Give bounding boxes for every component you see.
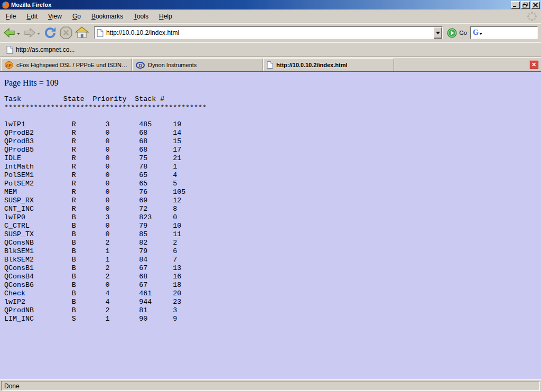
page-icon xyxy=(267,61,273,69)
menubar: FileEditViewGoBookmarksToolsHelp xyxy=(0,10,541,23)
task-table: Task State Priority Stack # ************… xyxy=(4,95,537,323)
google-icon: G xyxy=(472,29,479,37)
url-input[interactable] xyxy=(104,29,433,36)
search-input[interactable] xyxy=(482,29,536,36)
svg-text:cF: cF xyxy=(6,63,12,68)
restore-button[interactable] xyxy=(521,1,530,9)
go-button[interactable]: Go xyxy=(447,28,467,38)
forward-dropdown-icon[interactable] xyxy=(37,33,40,36)
menu-edit[interactable]: Edit xyxy=(23,11,41,22)
navigation-toolbar: Go G xyxy=(0,23,541,42)
forward-button[interactable] xyxy=(23,26,41,39)
bookmarks-toolbar: http://as.cmpnet.co... xyxy=(0,42,541,57)
search-bar: G xyxy=(470,26,538,39)
tab-0[interactable]: cFcFos Highspeed DSL / PPPoE und ISDN CA… xyxy=(1,58,132,71)
go-label: Go xyxy=(459,30,467,36)
dynon-icon: D xyxy=(136,62,145,69)
bookmark-label: http://as.cmpnet.co... xyxy=(16,46,74,53)
titlebar[interactable]: Mozilla Firefox xyxy=(0,0,541,10)
stop-button[interactable] xyxy=(59,26,73,40)
tab-label: cFos Highspeed DSL / PPPoE und ISDN CAP.… xyxy=(16,62,128,68)
firefox-window: { "window": { "title": "Mozilla Firefox"… xyxy=(0,0,541,392)
window-title: Mozilla Firefox xyxy=(11,2,510,8)
page-icon xyxy=(6,46,13,54)
bookmark-item[interactable]: http://as.cmpnet.co... xyxy=(3,44,78,55)
page-content: Page Hits = 109 Task State Priority Stac… xyxy=(0,72,541,379)
menu-tools[interactable]: Tools xyxy=(130,11,152,22)
firefox-logo-icon xyxy=(2,1,10,9)
cfos-icon: cF xyxy=(5,61,13,69)
menu-view[interactable]: View xyxy=(44,11,66,22)
back-dropdown-icon[interactable] xyxy=(17,33,20,36)
page-hits-text: Page Hits = 109 xyxy=(4,72,537,88)
tab-1[interactable]: DDynon Instruments xyxy=(132,58,263,71)
close-window-button[interactable] xyxy=(531,1,540,9)
status-bar: Done xyxy=(0,379,541,392)
minimize-button[interactable] xyxy=(511,1,520,9)
home-button[interactable] xyxy=(75,26,89,40)
tab-label: http://10.0.10.2/index.html xyxy=(276,62,347,68)
page-icon xyxy=(97,29,104,37)
close-tab-button[interactable]: ✕ xyxy=(529,60,538,69)
tab-label: Dynon Instruments xyxy=(148,62,197,68)
menu-file[interactable]: File xyxy=(2,11,20,22)
url-bar xyxy=(94,26,443,39)
tab-strip: cFcFos Highspeed DSL / PPPoE und ISDN CA… xyxy=(0,57,541,72)
menu-bookmarks[interactable]: Bookmarks xyxy=(88,11,127,22)
reload-button[interactable] xyxy=(43,26,57,40)
url-dropdown-button[interactable] xyxy=(433,27,442,39)
menu-go[interactable]: Go xyxy=(69,11,85,22)
throbber-icon xyxy=(526,11,538,22)
status-text: Done xyxy=(1,381,540,391)
back-button[interactable] xyxy=(3,26,21,39)
menu-help[interactable]: Help xyxy=(155,11,176,22)
svg-text:D: D xyxy=(139,63,143,68)
tab-2[interactable]: http://10.0.10.2/index.html xyxy=(263,58,394,71)
